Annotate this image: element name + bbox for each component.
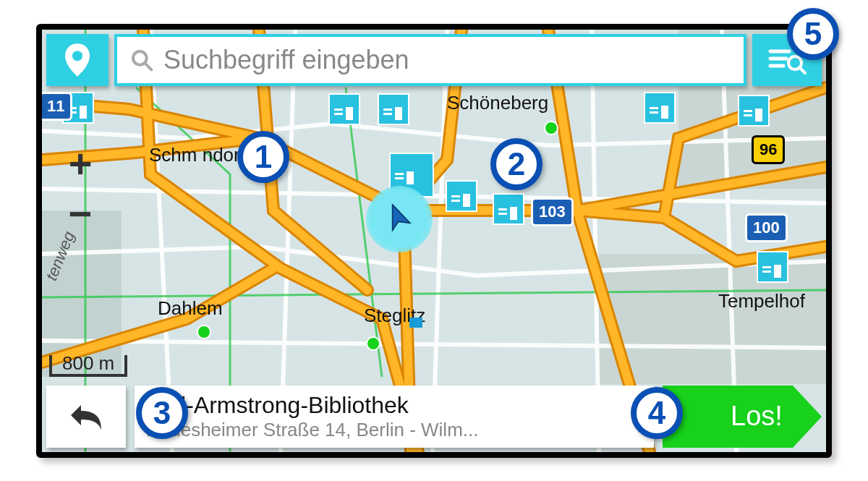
callout-1: 1 xyxy=(237,131,289,183)
svg-line-11 xyxy=(799,67,805,73)
road-shield: 103 xyxy=(531,197,574,226)
map-dot xyxy=(197,325,211,339)
map-dot xyxy=(544,121,558,135)
road-shield-partial: 11 xyxy=(42,92,72,121)
map-marker-small xyxy=(409,318,422,328)
poi-building-icon[interactable] xyxy=(446,180,477,212)
svg-line-6 xyxy=(145,63,151,69)
search-bar: Suchbegriff eingeben xyxy=(46,34,822,86)
search-icon xyxy=(130,48,153,72)
poi-building-icon[interactable] xyxy=(493,193,524,225)
go-button[interactable]: Los! xyxy=(663,386,822,448)
town-label: Dahlem xyxy=(158,297,223,320)
callout-5: 5 xyxy=(787,8,839,60)
town-label: Schm ndorf xyxy=(149,144,245,166)
pin-icon xyxy=(65,43,90,77)
result-title: Neil-Armstrong-Bibliothek xyxy=(146,392,642,419)
poi-building-icon[interactable] xyxy=(644,92,676,124)
current-position xyxy=(366,186,433,252)
go-label: Los! xyxy=(731,401,783,432)
poi-building-icon[interactable] xyxy=(328,93,360,125)
town-label: Schöneberg xyxy=(447,92,548,114)
search-placeholder: Suchbegriff eingeben xyxy=(163,45,409,75)
zoom-out-button[interactable]: − xyxy=(55,189,106,239)
result-card[interactable]: Neil-Armstrong-Bibliothek Rüdesheimer St… xyxy=(135,386,654,448)
poi-building-icon[interactable] xyxy=(757,251,788,283)
callout-2: 2 xyxy=(490,138,542,190)
back-arrow-icon xyxy=(68,401,104,433)
town-label: Tempelhof xyxy=(718,290,805,312)
search-input[interactable]: Suchbegriff eingeben xyxy=(114,34,746,86)
zoom-controls: + − xyxy=(55,138,106,239)
navigation-device: Schöneberg Schm ndorf Dahlem Steglitz Te… xyxy=(36,24,832,458)
svg-rect-3 xyxy=(599,254,826,384)
poi-building-icon[interactable] xyxy=(378,93,409,125)
location-pin-button[interactable] xyxy=(46,34,109,86)
zoom-in-button[interactable]: + xyxy=(55,138,106,189)
back-button[interactable] xyxy=(46,386,126,448)
svg-point-4 xyxy=(72,51,82,61)
poi-building-icon[interactable] xyxy=(738,95,770,127)
arrow-cursor-icon xyxy=(384,204,414,234)
callout-4: 4 xyxy=(631,387,683,439)
road-shield: 96 xyxy=(752,135,785,164)
result-address: Rüdesheimer Straße 14, Berlin - Wilm... xyxy=(146,419,642,441)
map-scale: 800 m xyxy=(49,355,127,377)
road-shield: 100 xyxy=(745,213,788,242)
map-dot xyxy=(366,336,380,351)
callout-3: 3 xyxy=(136,387,188,439)
